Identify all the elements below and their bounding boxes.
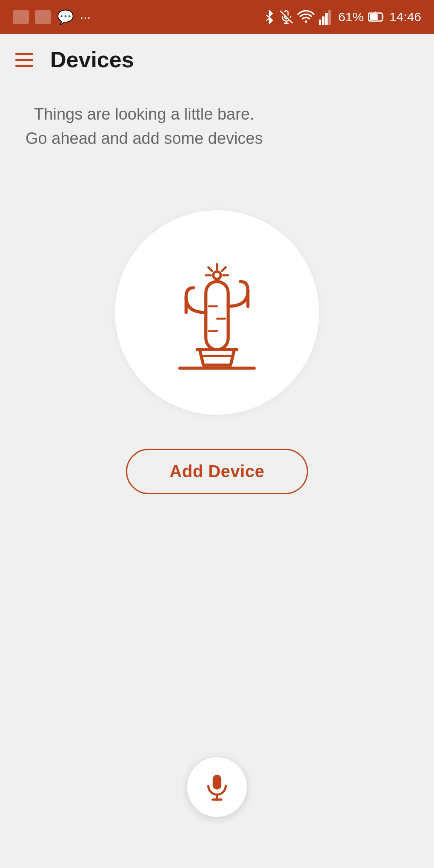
svg-line-17: [208, 267, 212, 271]
facebook-icon: [35, 10, 51, 24]
status-bar: 💬 ··· 61%: [0, 0, 434, 34]
add-device-button[interactable]: Add Device: [126, 449, 308, 494]
main-content: Things are looking a little bare. Go ahe…: [0, 85, 434, 528]
microphone-icon: [202, 772, 232, 802]
svg-rect-5: [328, 10, 331, 25]
status-time: 14:46: [389, 10, 421, 24]
svg-rect-8: [206, 281, 228, 349]
wifi-icon: [297, 9, 314, 25]
svg-rect-2: [319, 20, 321, 25]
app-bar: Devices: [0, 34, 434, 85]
outlook-icon: [13, 10, 29, 24]
bluetooth-icon: [263, 9, 275, 25]
battery-percent: 61%: [338, 10, 364, 24]
status-bar-left-icons: 💬 ···: [13, 9, 91, 25]
status-bar-right-icons: 61% 14:46: [263, 9, 421, 25]
svg-point-14: [213, 272, 220, 279]
whatsapp-icon: 💬: [57, 9, 74, 25]
svg-rect-23: [213, 775, 221, 790]
svg-line-16: [222, 267, 226, 271]
svg-rect-4: [325, 13, 328, 25]
more-icon: ···: [80, 10, 91, 24]
microphone-fab[interactable]: [187, 757, 247, 817]
signal-icon: [319, 9, 334, 25]
hamburger-menu-icon[interactable]: [15, 53, 33, 67]
empty-state-illustration: [115, 210, 319, 415]
empty-state-message: Things are looking a little bare. Go ahe…: [26, 102, 263, 151]
mute-icon: [280, 9, 293, 25]
svg-rect-3: [322, 17, 324, 25]
cactus-icon: [153, 244, 281, 381]
page-title: Devices: [50, 47, 134, 72]
battery-icon: [368, 9, 385, 25]
svg-point-1: [305, 20, 307, 23]
